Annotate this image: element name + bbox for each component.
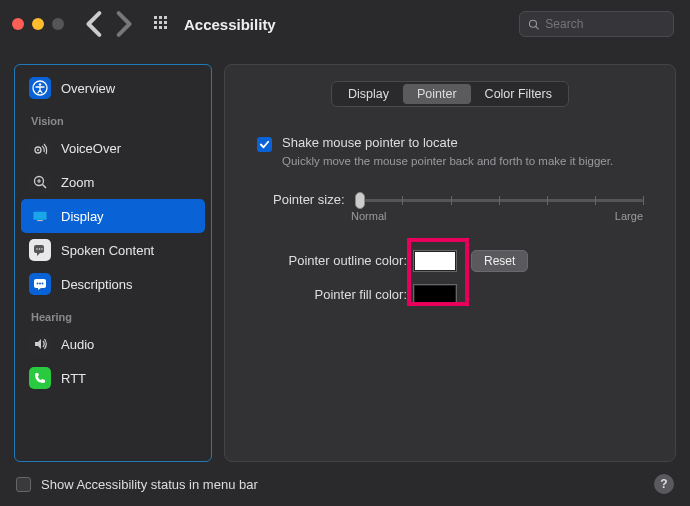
svg-rect-11 [37, 220, 43, 221]
sidebar-item-audio[interactable]: Audio [21, 327, 205, 361]
traffic-lights [12, 18, 64, 30]
sidebar-item-label: Display [61, 209, 104, 224]
tab-display[interactable]: Display [334, 84, 403, 104]
show-all-prefs-button[interactable] [154, 16, 170, 32]
svg-point-0 [529, 20, 536, 27]
svg-point-3 [39, 83, 42, 86]
close-window-button[interactable] [12, 18, 24, 30]
show-status-menubar-label: Show Accessibility status in menu bar [41, 477, 258, 492]
check-icon [259, 139, 270, 150]
sidebar-item-display[interactable]: Display [21, 199, 205, 233]
tab-pointer[interactable]: Pointer [403, 84, 471, 104]
shake-to-locate-label: Shake mouse pointer to locate [282, 135, 613, 150]
segmented-control: Display Pointer Color Filters [239, 81, 661, 107]
sidebar-item-label: VoiceOver [61, 141, 121, 156]
tab-color-filters[interactable]: Color Filters [471, 84, 566, 104]
pointer-size-label: Pointer size: [273, 192, 345, 207]
svg-line-7 [43, 185, 47, 189]
pointer-outline-color-well[interactable] [413, 250, 457, 272]
svg-point-17 [37, 283, 39, 285]
sidebar-item-label: Audio [61, 337, 94, 352]
zoom-window-button[interactable] [52, 18, 64, 30]
svg-point-18 [39, 283, 41, 285]
pointer-fill-color-label: Pointer fill color: [257, 287, 407, 302]
shake-to-locate-desc: Quickly move the mouse pointer back and … [282, 154, 613, 170]
svg-point-19 [42, 283, 44, 285]
sidebar-item-label: Overview [61, 81, 115, 96]
voiceover-icon [29, 137, 51, 159]
bottom-bar: Show Accessibility status in menu bar ? [0, 462, 690, 506]
search-field[interactable] [519, 11, 674, 37]
zoom-icon [29, 171, 51, 193]
audio-icon [29, 333, 51, 355]
show-status-menubar-checkbox[interactable] [16, 477, 31, 492]
spoken-content-icon [29, 239, 51, 261]
sidebar-item-overview[interactable]: Overview [21, 71, 205, 105]
sidebar-section-hearing: Hearing [21, 301, 205, 327]
sidebar-item-voiceover[interactable]: VoiceOver [21, 131, 205, 165]
sidebar-section-vision: Vision [21, 105, 205, 131]
shake-to-locate-checkbox[interactable] [257, 137, 272, 152]
sidebar-item-zoom[interactable]: Zoom [21, 165, 205, 199]
main-panel: Display Pointer Color Filters Shake mous… [224, 64, 676, 462]
sidebar-item-label: Spoken Content [61, 243, 154, 258]
sidebar-item-label: Descriptions [61, 277, 133, 292]
back-button[interactable] [82, 11, 108, 37]
reset-colors-button[interactable]: Reset [471, 250, 528, 272]
svg-point-14 [39, 248, 41, 250]
pointer-size-slider[interactable] [355, 188, 643, 212]
pointer-fill-color-well[interactable] [413, 284, 457, 306]
svg-point-13 [36, 248, 38, 250]
svg-rect-10 [33, 212, 46, 220]
svg-point-15 [41, 248, 43, 250]
window-title: Accessibility [184, 16, 276, 33]
display-icon [29, 205, 51, 227]
search-input[interactable] [545, 17, 665, 31]
forward-button[interactable] [110, 11, 136, 37]
sidebar-item-rtt[interactable]: RTT [21, 361, 205, 395]
sidebar-item-label: Zoom [61, 175, 94, 190]
descriptions-icon [29, 273, 51, 295]
sidebar-item-descriptions[interactable]: Descriptions [21, 267, 205, 301]
svg-line-1 [536, 26, 539, 29]
search-icon [528, 18, 539, 31]
help-button[interactable]: ? [654, 474, 674, 494]
sidebar: Overview Vision VoiceOver Zoom Display S [14, 64, 212, 462]
minimize-window-button[interactable] [32, 18, 44, 30]
rtt-icon [29, 367, 51, 389]
pointer-outline-color-label: Pointer outline color: [257, 253, 407, 268]
shake-to-locate-row: Shake mouse pointer to locate Quickly mo… [257, 135, 643, 170]
sidebar-item-spoken-content[interactable]: Spoken Content [21, 233, 205, 267]
accessibility-icon [29, 77, 51, 99]
sidebar-item-label: RTT [61, 371, 86, 386]
svg-point-5 [37, 149, 39, 151]
window-titlebar: Accessibility [0, 0, 690, 48]
slider-thumb[interactable] [355, 192, 365, 209]
